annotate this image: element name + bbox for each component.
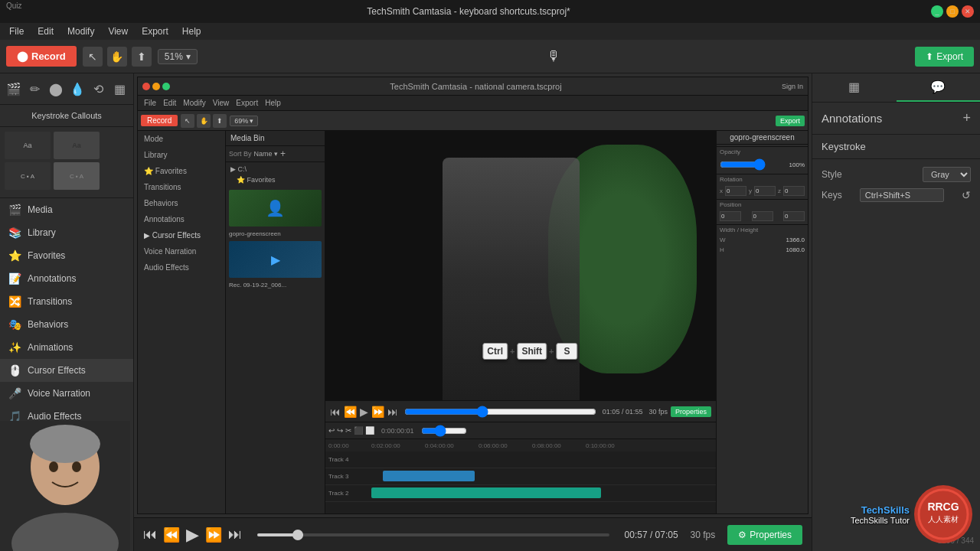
inner-rotation-x[interactable] [725,186,746,196]
callout-thumb-3[interactable]: C ▪ A [5,162,51,190]
select-tool[interactable]: ↖ [83,47,103,67]
playback-progress[interactable] [257,533,609,536]
sidebar-icon-2[interactable]: ✏ [24,78,46,99]
zoom-control[interactable]: 51% ▾ [158,49,198,64]
hand-tool[interactable]: ✋ [107,47,127,67]
maximize-button[interactable]: □ [946,5,959,18]
preview-skip-fwd[interactable]: ⏭ [387,406,398,418]
menu-modify[interactable]: Modify [61,24,100,38]
sidebar-item-voice-narration[interactable]: 🎤 Voice Narration [0,382,133,405]
mic-icon[interactable]: 🎙 [547,48,560,64]
callout-thumb-4[interactable]: C ▪ A [54,162,100,190]
sidebar-icon-3[interactable]: ⬤ [45,78,67,99]
properties-button[interactable]: ⚙ Properties [727,525,802,545]
menu-view[interactable]: View [102,24,134,38]
menu-edit[interactable]: Edit [31,24,60,38]
sidebar-item-transitions[interactable]: 🔀 Transitions [0,290,133,313]
inner-nav-mode[interactable]: Mode [138,131,225,147]
inner-rotation-z[interactable] [783,186,805,196]
sidebar-item-animations[interactable]: ✨ Animations [0,336,133,359]
inner-nav-voice[interactable]: Voice Narration [138,243,225,259]
skip-back-button[interactable]: ⏮ [143,527,157,543]
sidebar-icon-5[interactable]: ⟲ [88,78,109,99]
annotation-tool[interactable]: ⬆ [132,47,152,67]
inner-menu-edit[interactable]: Edit [160,99,179,107]
close-button[interactable]: ✕ [962,5,974,18]
inner-menu-view[interactable]: View [210,99,233,107]
sort-value[interactable]: Name ▾ [254,150,279,158]
inner-tl-btn-3[interactable]: ✂ [345,426,351,435]
keys-reset-button[interactable]: ↺ [962,189,971,201]
inner-nav-library[interactable]: Library [138,147,225,163]
step-fwd-button[interactable]: ⏩ [205,527,222,543]
sidebar-item-annotations[interactable]: 📝 Annotations [0,267,133,290]
inner-opacity-slider[interactable] [720,158,766,171]
preview-step-back[interactable]: ⏪ [344,406,357,418]
callout-thumb-1[interactable]: Aa [5,132,51,159]
record-button[interactable]: ⬤ Record [6,46,77,67]
inner-pos-z[interactable] [783,211,805,221]
inner-tl-btn-1[interactable]: ↩ [328,426,335,435]
inner-props-position-row [717,210,808,223]
inner-max-btn[interactable] [162,83,170,90]
inner-nav-annotations[interactable]: Annotations [138,211,225,227]
sidebar-item-behaviors[interactable]: 🎭 Behaviors [0,313,133,336]
inner-rotation-y[interactable] [754,186,776,196]
preview-timeline-slider[interactable] [404,406,596,418]
inner-menu-help[interactable]: Help [262,99,284,107]
menu-file[interactable]: File [3,24,30,38]
media-bin-add-icon[interactable]: + [280,148,286,159]
play-button[interactable]: ▶ [186,525,199,545]
inner-nav-transitions[interactable]: Transitions [138,179,225,195]
inner-zoom-control[interactable]: 69%▾ [230,116,258,126]
sidebar-item-library[interactable]: 📚 Library [0,221,133,244]
inner-nav-behaviors[interactable]: Behaviors [138,195,225,211]
inner-pos-x[interactable] [720,211,741,221]
inner-pos-y[interactable] [752,211,773,221]
keys-input[interactable] [860,188,944,202]
inner-tl-btn-5[interactable]: ⬜ [365,426,374,435]
menu-export[interactable]: Export [136,24,175,38]
inner-nav-cursor[interactable]: ▶ Cursor Effects [138,227,225,243]
preview-props-button[interactable]: Properties [671,406,711,417]
inner-close-btn[interactable] [142,83,150,90]
export-button[interactable]: ⬆ Export [915,47,974,67]
inner-record-button[interactable]: Record [141,115,178,126]
inner-toolbar-icon-2[interactable]: ✋ [197,114,211,128]
menu-help[interactable]: Help [176,24,207,38]
inner-lib-favorites[interactable]: ⭐ Favorites [227,174,323,185]
inner-toolbar-icon-1[interactable]: ↖ [181,114,194,128]
step-back-button[interactable]: ⏪ [163,527,180,543]
right-tab-2[interactable]: 💬 [897,73,981,102]
inner-toolbar-icon-3[interactable]: ⬆ [213,114,227,128]
preview-skip-back[interactable]: ⏮ [330,406,341,418]
inner-menu-export[interactable]: Export [233,99,261,107]
sidebar-item-favorites[interactable]: ⭐ Favorites [0,244,133,267]
preview-play[interactable]: ▶ [360,406,368,418]
inner-signin[interactable]: Sign In [782,83,803,90]
style-select[interactable]: Gray Black White [923,167,971,182]
callout-thumb-2[interactable]: Aa [54,132,100,159]
inner-nav-audio[interactable]: Audio Effects [138,259,225,276]
minimize-button[interactable]: _ [931,5,943,18]
inner-tl-zoom-slider[interactable] [421,425,467,437]
preview-step-fwd[interactable]: ⏩ [371,406,384,418]
inner-min-btn[interactable] [152,83,160,90]
inner-lib-cl[interactable]: ▶ C:\ [227,164,323,174]
skip-fwd-button[interactable]: ⏭ [228,527,242,543]
sidebar-icon-1[interactable]: 🎬 [3,78,24,99]
sidebar-icon-4[interactable]: 💧 [67,78,88,99]
sidebar-item-media[interactable]: 🎬 Media [0,198,133,221]
inner-menu-file[interactable]: File [141,99,159,107]
sidebar-item-cursor-effects[interactable]: 🖱️ Cursor Effects [0,359,133,382]
media-thumb-rec[interactable]: ▶ [229,241,322,278]
sidebar-icon-6[interactable]: ▦ [109,78,130,99]
inner-menu-modify[interactable]: Modify [180,99,208,107]
inner-tl-btn-2[interactable]: ↪ [337,426,343,435]
annotations-add-button[interactable]: + [962,110,971,126]
inner-export-button[interactable]: Export [776,116,805,126]
inner-tl-btn-4[interactable]: ⬛ [354,426,363,435]
right-tab-1[interactable]: ▦ [812,73,897,102]
media-thumb-gopro[interactable]: 👤 [229,190,322,227]
inner-nav-favorites[interactable]: ⭐ Favorites [138,163,225,179]
